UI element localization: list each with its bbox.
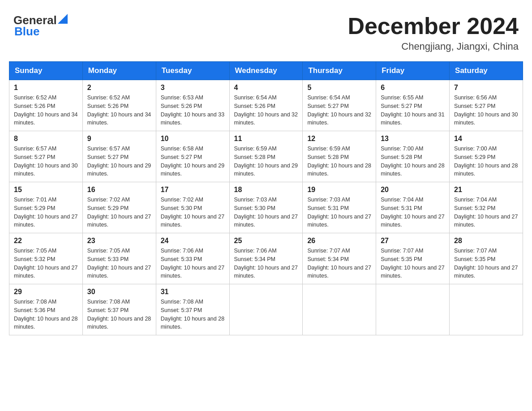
day-info: Sunrise: 6:54 AMSunset: 5:26 PMDaylight:… <box>234 94 298 127</box>
calendar-cell <box>450 284 523 335</box>
day-info: Sunrise: 6:58 AMSunset: 5:27 PMDaylight:… <box>161 145 225 178</box>
calendar-cell: 18Sunrise: 7:03 AMSunset: 5:30 PMDayligh… <box>229 182 303 233</box>
calendar-cell: 29Sunrise: 7:08 AMSunset: 5:36 PMDayligh… <box>9 284 83 335</box>
calendar-cell: 30Sunrise: 7:08 AMSunset: 5:37 PMDayligh… <box>82 284 156 335</box>
day-info: Sunrise: 7:08 AMSunset: 5:37 PMDaylight:… <box>161 298 225 331</box>
day-info: Sunrise: 6:59 AMSunset: 5:28 PMDaylight:… <box>234 145 298 178</box>
day-info: Sunrise: 6:59 AMSunset: 5:28 PMDaylight:… <box>307 145 371 178</box>
calendar-cell: 13Sunrise: 7:00 AMSunset: 5:28 PMDayligh… <box>376 131 450 182</box>
calendar-cell: 15Sunrise: 7:01 AMSunset: 5:29 PMDayligh… <box>9 182 83 233</box>
calendar-cell: 19Sunrise: 7:03 AMSunset: 5:31 PMDayligh… <box>303 182 376 233</box>
calendar-cell: 24Sunrise: 7:06 AMSunset: 5:33 PMDayligh… <box>156 233 229 284</box>
day-number: 13 <box>381 135 445 143</box>
calendar-header-tuesday: Tuesday <box>156 62 229 80</box>
calendar-week-row: 22Sunrise: 7:05 AMSunset: 5:32 PMDayligh… <box>9 233 523 284</box>
calendar-cell: 2Sunrise: 6:52 AMSunset: 5:26 PMDaylight… <box>82 80 156 131</box>
svg-marker-0 <box>58 14 68 24</box>
day-number: 6 <box>381 84 445 92</box>
day-number: 4 <box>234 84 298 92</box>
calendar-header-row: SundayMondayTuesdayWednesdayThursdayFrid… <box>9 62 523 80</box>
logo-icon <box>58 14 68 24</box>
day-number: 5 <box>307 84 371 92</box>
day-info: Sunrise: 7:06 AMSunset: 5:33 PMDaylight:… <box>161 247 225 280</box>
day-info: Sunrise: 7:08 AMSunset: 5:37 PMDaylight:… <box>87 298 151 331</box>
day-number: 20 <box>381 186 445 194</box>
day-info: Sunrise: 7:02 AMSunset: 5:30 PMDaylight:… <box>161 196 225 229</box>
location: Chengjiang, Jiangxi, China <box>348 41 519 52</box>
day-info: Sunrise: 6:56 AMSunset: 5:27 PMDaylight:… <box>454 94 518 127</box>
day-info: Sunrise: 6:57 AMSunset: 5:27 PMDaylight:… <box>87 145 151 178</box>
logo: General Blue <box>13 13 68 39</box>
day-number: 3 <box>161 84 225 92</box>
day-info: Sunrise: 7:07 AMSunset: 5:35 PMDaylight:… <box>454 247 518 280</box>
calendar-week-row: 1Sunrise: 6:52 AMSunset: 5:26 PMDaylight… <box>9 80 523 131</box>
calendar-cell: 26Sunrise: 7:07 AMSunset: 5:34 PMDayligh… <box>303 233 376 284</box>
day-number: 1 <box>14 84 78 92</box>
calendar-cell: 28Sunrise: 7:07 AMSunset: 5:35 PMDayligh… <box>450 233 523 284</box>
day-info: Sunrise: 6:57 AMSunset: 5:27 PMDaylight:… <box>14 145 78 178</box>
day-number: 17 <box>161 186 225 194</box>
day-number: 27 <box>381 237 445 245</box>
page-header: General Blue December 2024 Chengjiang, J… <box>9 9 523 52</box>
calendar-cell: 25Sunrise: 7:06 AMSunset: 5:34 PMDayligh… <box>229 233 303 284</box>
day-number: 2 <box>87 84 151 92</box>
day-info: Sunrise: 7:07 AMSunset: 5:34 PMDaylight:… <box>307 247 371 280</box>
day-number: 16 <box>87 186 151 194</box>
calendar-cell: 27Sunrise: 7:07 AMSunset: 5:35 PMDayligh… <box>376 233 450 284</box>
day-number: 15 <box>14 186 78 194</box>
calendar-cell: 11Sunrise: 6:59 AMSunset: 5:28 PMDayligh… <box>229 131 303 182</box>
day-number: 8 <box>14 135 78 143</box>
calendar-cell: 8Sunrise: 6:57 AMSunset: 5:27 PMDaylight… <box>9 131 83 182</box>
day-number: 28 <box>454 237 518 245</box>
calendar-week-row: 29Sunrise: 7:08 AMSunset: 5:36 PMDayligh… <box>9 284 523 335</box>
day-number: 11 <box>234 135 298 143</box>
calendar-week-row: 15Sunrise: 7:01 AMSunset: 5:29 PMDayligh… <box>9 182 523 233</box>
day-info: Sunrise: 7:06 AMSunset: 5:34 PMDaylight:… <box>234 247 298 280</box>
day-info: Sunrise: 7:04 AMSunset: 5:31 PMDaylight:… <box>381 196 445 229</box>
calendar-week-row: 8Sunrise: 6:57 AMSunset: 5:27 PMDaylight… <box>9 131 523 182</box>
day-number: 25 <box>234 237 298 245</box>
calendar-cell: 20Sunrise: 7:04 AMSunset: 5:31 PMDayligh… <box>376 182 450 233</box>
day-number: 30 <box>87 288 151 296</box>
day-number: 12 <box>307 135 371 143</box>
calendar-cell <box>303 284 376 335</box>
calendar-cell: 23Sunrise: 7:05 AMSunset: 5:33 PMDayligh… <box>82 233 156 284</box>
calendar-cell: 21Sunrise: 7:04 AMSunset: 5:32 PMDayligh… <box>450 182 523 233</box>
logo-blue: Blue <box>14 25 39 39</box>
month-title: December 2024 <box>348 13 519 39</box>
calendar-cell: 10Sunrise: 6:58 AMSunset: 5:27 PMDayligh… <box>156 131 229 182</box>
calendar-header-saturday: Saturday <box>450 62 523 80</box>
day-info: Sunrise: 7:00 AMSunset: 5:28 PMDaylight:… <box>381 145 445 178</box>
day-number: 9 <box>87 135 151 143</box>
day-info: Sunrise: 7:07 AMSunset: 5:35 PMDaylight:… <box>381 247 445 280</box>
day-info: Sunrise: 7:05 AMSunset: 5:32 PMDaylight:… <box>14 247 78 280</box>
calendar-header-monday: Monday <box>82 62 156 80</box>
calendar-cell <box>376 284 450 335</box>
day-info: Sunrise: 6:54 AMSunset: 5:27 PMDaylight:… <box>307 94 371 127</box>
calendar-header-friday: Friday <box>376 62 450 80</box>
day-number: 31 <box>161 288 225 296</box>
day-number: 24 <box>161 237 225 245</box>
day-info: Sunrise: 6:52 AMSunset: 5:26 PMDaylight:… <box>14 94 78 127</box>
title-block: December 2024 Chengjiang, Jiangxi, China <box>348 13 519 52</box>
day-number: 19 <box>307 186 371 194</box>
day-number: 22 <box>14 237 78 245</box>
day-number: 23 <box>87 237 151 245</box>
day-info: Sunrise: 7:08 AMSunset: 5:36 PMDaylight:… <box>14 298 78 331</box>
day-info: Sunrise: 6:53 AMSunset: 5:26 PMDaylight:… <box>161 94 225 127</box>
calendar-cell: 16Sunrise: 7:02 AMSunset: 5:29 PMDayligh… <box>82 182 156 233</box>
day-info: Sunrise: 7:01 AMSunset: 5:29 PMDaylight:… <box>14 196 78 229</box>
calendar-cell: 3Sunrise: 6:53 AMSunset: 5:26 PMDaylight… <box>156 80 229 131</box>
day-number: 10 <box>161 135 225 143</box>
calendar-table: SundayMondayTuesdayWednesdayThursdayFrid… <box>9 61 523 335</box>
day-info: Sunrise: 6:52 AMSunset: 5:26 PMDaylight:… <box>87 94 151 127</box>
day-info: Sunrise: 7:05 AMSunset: 5:33 PMDaylight:… <box>87 247 151 280</box>
day-info: Sunrise: 7:03 AMSunset: 5:30 PMDaylight:… <box>234 196 298 229</box>
day-number: 7 <box>454 84 518 92</box>
day-number: 14 <box>454 135 518 143</box>
day-info: Sunrise: 7:02 AMSunset: 5:29 PMDaylight:… <box>87 196 151 229</box>
day-number: 18 <box>234 186 298 194</box>
calendar-cell: 1Sunrise: 6:52 AMSunset: 5:26 PMDaylight… <box>9 80 83 131</box>
calendar-cell: 31Sunrise: 7:08 AMSunset: 5:37 PMDayligh… <box>156 284 229 335</box>
calendar-cell: 17Sunrise: 7:02 AMSunset: 5:30 PMDayligh… <box>156 182 229 233</box>
